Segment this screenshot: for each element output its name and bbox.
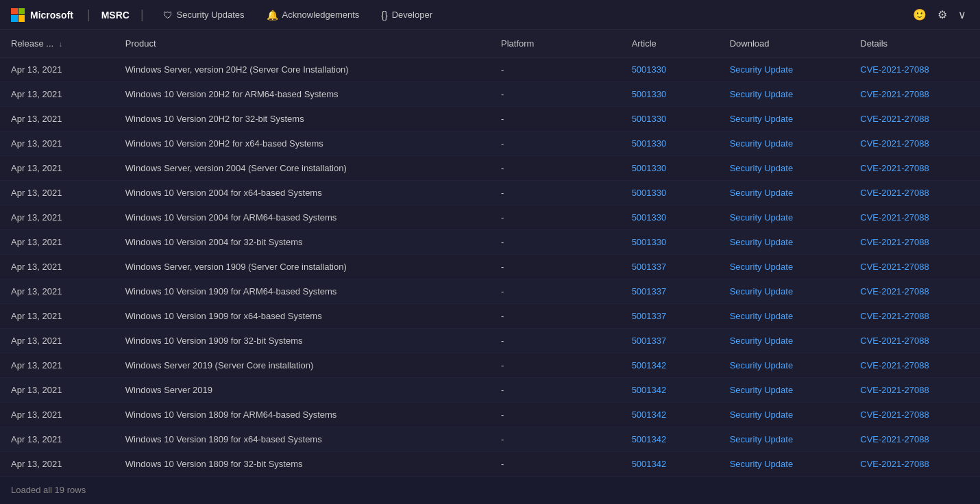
- article-link[interactable]: 5001337: [632, 286, 667, 297]
- cell-article[interactable]: 5001337: [621, 255, 719, 279]
- details-link[interactable]: CVE-2021-27088: [860, 360, 929, 370]
- settings-button[interactable]: ⚙: [935, 5, 950, 24]
- cell-download[interactable]: Security Update: [719, 403, 850, 427]
- download-link[interactable]: Security Update: [730, 385, 794, 395]
- details-link[interactable]: CVE-2021-27088: [860, 434, 929, 444]
- smiley-button[interactable]: 🙂: [910, 5, 929, 24]
- cell-article[interactable]: 5001330: [621, 131, 719, 156]
- details-link[interactable]: CVE-2021-27088: [860, 188, 929, 198]
- cell-details[interactable]: CVE-2021-27088: [849, 427, 980, 452]
- download-link[interactable]: Security Update: [730, 360, 794, 370]
- nav-security-updates[interactable]: 🛡 Security Updates: [155, 0, 253, 30]
- cell-details[interactable]: CVE-2021-27088: [849, 205, 980, 230]
- download-link[interactable]: Security Update: [730, 262, 794, 272]
- cell-article[interactable]: 5001337: [621, 279, 719, 304]
- cell-article[interactable]: 5001342: [621, 452, 719, 477]
- article-link[interactable]: 5001330: [632, 64, 667, 75]
- details-link[interactable]: CVE-2021-27088: [860, 89, 929, 99]
- cell-article[interactable]: 5001330: [621, 82, 719, 107]
- cell-download[interactable]: Security Update: [719, 353, 850, 378]
- download-link[interactable]: Security Update: [730, 410, 794, 420]
- details-link[interactable]: CVE-2021-27088: [860, 336, 929, 346]
- cell-article[interactable]: 5001330: [621, 181, 719, 205]
- cell-download[interactable]: Security Update: [719, 107, 850, 131]
- cell-article[interactable]: 5001330: [621, 230, 719, 255]
- article-link[interactable]: 5001330: [632, 163, 667, 173]
- cell-article[interactable]: 5001342: [621, 378, 719, 403]
- article-link[interactable]: 5001342: [632, 434, 667, 444]
- cell-download[interactable]: Security Update: [719, 131, 850, 156]
- cell-details[interactable]: CVE-2021-27088: [849, 452, 980, 477]
- cell-details[interactable]: CVE-2021-27088: [849, 353, 980, 378]
- cell-download[interactable]: Security Update: [719, 427, 850, 452]
- details-link[interactable]: CVE-2021-27088: [860, 410, 929, 420]
- col-header-release[interactable]: Release ... ↓: [0, 30, 114, 58]
- details-link[interactable]: CVE-2021-27088: [860, 459, 929, 469]
- cell-details[interactable]: CVE-2021-27088: [849, 255, 980, 279]
- details-link[interactable]: CVE-2021-27088: [860, 286, 929, 297]
- download-link[interactable]: Security Update: [730, 89, 794, 99]
- article-link[interactable]: 5001330: [632, 188, 667, 198]
- download-link[interactable]: Security Update: [730, 163, 794, 173]
- download-link[interactable]: Security Update: [730, 138, 794, 149]
- cell-download[interactable]: Security Update: [719, 156, 850, 181]
- article-link[interactable]: 5001330: [632, 237, 667, 247]
- details-link[interactable]: CVE-2021-27088: [860, 114, 929, 124]
- cell-article[interactable]: 5001330: [621, 107, 719, 131]
- article-link[interactable]: 5001337: [632, 311, 667, 321]
- article-link[interactable]: 5001342: [632, 410, 667, 420]
- download-link[interactable]: Security Update: [730, 459, 794, 469]
- cell-download[interactable]: Security Update: [719, 279, 850, 304]
- cell-article[interactable]: 5001342: [621, 403, 719, 427]
- cell-download[interactable]: Security Update: [719, 58, 850, 82]
- article-link[interactable]: 5001330: [632, 114, 667, 124]
- download-link[interactable]: Security Update: [730, 237, 794, 247]
- cell-details[interactable]: CVE-2021-27088: [849, 230, 980, 255]
- details-link[interactable]: CVE-2021-27088: [860, 311, 929, 321]
- cell-article[interactable]: 5001337: [621, 329, 719, 353]
- article-link[interactable]: 5001342: [632, 385, 667, 395]
- cell-details[interactable]: CVE-2021-27088: [849, 279, 980, 304]
- cell-download[interactable]: Security Update: [719, 452, 850, 477]
- nav-acknowledgements[interactable]: 🔔 Acknowledgements: [258, 0, 368, 30]
- details-link[interactable]: CVE-2021-27088: [860, 138, 929, 149]
- download-link[interactable]: Security Update: [730, 212, 794, 223]
- cell-details[interactable]: CVE-2021-27088: [849, 156, 980, 181]
- article-link[interactable]: 5001330: [632, 138, 667, 149]
- download-link[interactable]: Security Update: [730, 64, 794, 75]
- cell-article[interactable]: 5001330: [621, 58, 719, 82]
- cell-download[interactable]: Security Update: [719, 329, 850, 353]
- cell-download[interactable]: Security Update: [719, 181, 850, 205]
- download-link[interactable]: Security Update: [730, 114, 794, 124]
- cell-article[interactable]: 5001342: [621, 353, 719, 378]
- cell-download[interactable]: Security Update: [719, 205, 850, 230]
- cell-details[interactable]: CVE-2021-27088: [849, 403, 980, 427]
- details-link[interactable]: CVE-2021-27088: [860, 262, 929, 272]
- cell-details[interactable]: CVE-2021-27088: [849, 107, 980, 131]
- cell-article[interactable]: 5001330: [621, 205, 719, 230]
- article-link[interactable]: 5001337: [632, 336, 667, 346]
- cell-details[interactable]: CVE-2021-27088: [849, 378, 980, 403]
- article-link[interactable]: 5001330: [632, 212, 667, 223]
- nav-developer[interactable]: {} Developer: [373, 0, 441, 30]
- article-link[interactable]: 5001337: [632, 262, 667, 272]
- cell-article[interactable]: 5001337: [621, 304, 719, 329]
- details-link[interactable]: CVE-2021-27088: [860, 212, 929, 223]
- cell-download[interactable]: Security Update: [719, 82, 850, 107]
- expand-button[interactable]: ∨: [955, 5, 969, 24]
- article-link[interactable]: 5001342: [632, 459, 667, 469]
- cell-details[interactable]: CVE-2021-27088: [849, 181, 980, 205]
- cell-details[interactable]: CVE-2021-27088: [849, 131, 980, 156]
- details-link[interactable]: CVE-2021-27088: [860, 64, 929, 75]
- cell-download[interactable]: Security Update: [719, 304, 850, 329]
- cell-details[interactable]: CVE-2021-27088: [849, 58, 980, 82]
- cell-download[interactable]: Security Update: [719, 230, 850, 255]
- cell-details[interactable]: CVE-2021-27088: [849, 329, 980, 353]
- article-link[interactable]: 5001342: [632, 360, 667, 370]
- details-link[interactable]: CVE-2021-27088: [860, 163, 929, 173]
- download-link[interactable]: Security Update: [730, 286, 794, 297]
- download-link[interactable]: Security Update: [730, 336, 794, 346]
- cell-article[interactable]: 5001330: [621, 156, 719, 181]
- cell-article[interactable]: 5001342: [621, 427, 719, 452]
- article-link[interactable]: 5001330: [632, 89, 667, 99]
